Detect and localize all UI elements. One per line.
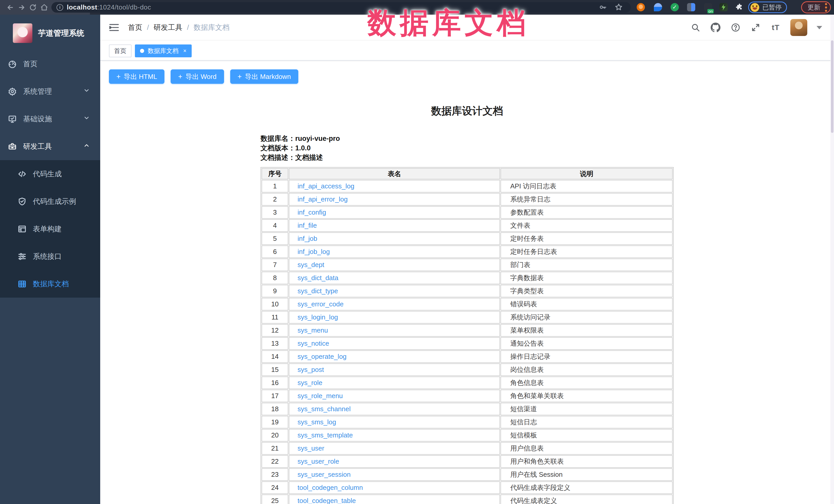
user-avatar[interactable] xyxy=(790,19,807,36)
table-name-link[interactable]: inf_file xyxy=(298,222,317,229)
table-row: 5 inf_job 定时任务表 xyxy=(262,232,673,245)
scrollbar-thumb[interactable] xyxy=(831,40,833,133)
tab-db-doc[interactable]: 数据库文档 × xyxy=(135,44,192,57)
doc-desc-value: 文档描述 xyxy=(295,154,323,161)
sidebar-item-codegen-demo[interactable]: 代码生成示例 xyxy=(0,188,100,215)
devtools-submenu: 代码生成 代码生成示例 表单构建 系统接口 数据库文档 xyxy=(0,160,100,298)
sidebar-item-label: 基础设施 xyxy=(23,114,52,124)
table-name-link[interactable]: sys_role xyxy=(298,379,323,387)
tab-close-icon[interactable]: × xyxy=(183,47,186,54)
address-bar[interactable]: i localhost:1024/tool/db-doc xyxy=(51,2,631,13)
tags-view-bar: 首页 数据库文档 × xyxy=(100,40,834,61)
table-name-link[interactable]: tool_codegen_table xyxy=(298,497,356,504)
breadcrumb-home[interactable]: 首页 xyxy=(128,23,142,32)
sidebar-item-codegen[interactable]: 代码生成 xyxy=(0,160,100,188)
table-name-link[interactable]: inf_config xyxy=(298,209,326,216)
sidebar-item-devtools[interactable]: 研发工具 xyxy=(0,133,100,160)
table-name-link[interactable]: sys_operate_log xyxy=(298,353,347,360)
extension-icon-blue-pin[interactable] xyxy=(654,3,662,11)
table-name-link[interactable]: sys_post xyxy=(298,366,324,373)
browser-reload-icon[interactable] xyxy=(28,3,38,12)
row-index: 20 xyxy=(262,429,288,441)
row-index: 15 xyxy=(262,364,288,376)
help-icon[interactable] xyxy=(730,22,741,33)
github-icon[interactable] xyxy=(710,22,721,33)
table-desc: 角色和菜单关联表 xyxy=(501,390,673,402)
button-label: 导出 Markdown xyxy=(245,72,291,81)
extension-icon-green-check[interactable]: ✓ xyxy=(671,3,679,11)
table-name-link[interactable]: sys_sms_channel xyxy=(298,405,351,413)
table-name-link[interactable]: inf_job_log xyxy=(298,248,330,256)
table-name-link[interactable]: sys_sms_template xyxy=(298,431,353,439)
table-desc: 定时任务表 xyxy=(501,232,673,245)
sidebar-item-label: 系统接口 xyxy=(33,251,62,261)
sidebar-collapse-icon[interactable] xyxy=(109,23,119,32)
table-row: 18 sys_sms_channel 短信渠道 xyxy=(262,403,673,415)
browser-update-button[interactable]: 更新 xyxy=(801,1,831,13)
table-name-link[interactable]: sys_menu xyxy=(298,326,328,334)
export-word-button[interactable]: + 导出 Word xyxy=(171,69,224,84)
font-size-icon[interactable]: tT xyxy=(770,22,781,33)
sidebar-item-system[interactable]: 系统管理 xyxy=(0,78,100,105)
table-name-link[interactable]: sys_user xyxy=(298,444,324,452)
table-name-link[interactable]: sys_dict_type xyxy=(298,287,338,295)
extension-icon-green-leaf[interactable] xyxy=(719,3,728,11)
page-scrollbar[interactable] xyxy=(830,15,834,504)
table-name-link[interactable]: sys_sms_log xyxy=(298,418,336,426)
browser-menu-dots-icon[interactable] xyxy=(825,3,827,12)
table-desc: 代码生成表定义 xyxy=(501,495,673,504)
active-dot-icon xyxy=(140,49,144,53)
browser-forward-icon[interactable] xyxy=(17,3,26,12)
extension-icon-grid[interactable] xyxy=(687,3,695,11)
table-name-link[interactable]: sys_dict_data xyxy=(298,274,338,282)
table-name-link[interactable]: sys_user_role xyxy=(298,458,339,465)
table-name-link[interactable]: inf_api_error_log xyxy=(298,195,348,203)
table-name-link[interactable]: inf_job xyxy=(298,235,317,242)
table-name-link[interactable]: sys_dept xyxy=(298,261,324,268)
avatar-caret-icon[interactable] xyxy=(816,26,822,29)
col-header-index: 序号 xyxy=(262,168,288,179)
breadcrumb-devtools[interactable]: 研发工具 xyxy=(154,23,182,32)
table-name-link[interactable]: sys_error_code xyxy=(298,300,344,308)
extensions-puzzle-icon[interactable] xyxy=(736,3,744,11)
app-logo-row[interactable]: 芋道管理系统 xyxy=(0,15,100,50)
browser-home-icon[interactable] xyxy=(40,3,49,12)
site-info-icon[interactable]: i xyxy=(57,4,63,11)
doc-title: 数据库设计文档 xyxy=(261,104,674,118)
sidebar-item-api[interactable]: 系统接口 xyxy=(0,243,100,270)
extension-icon-orange[interactable] xyxy=(637,3,645,11)
table-desc: 部门表 xyxy=(501,259,673,271)
tab-home[interactable]: 首页 xyxy=(109,44,132,57)
shield-check-icon xyxy=(18,197,27,206)
sidebar-item-db-doc[interactable]: 数据库文档 xyxy=(0,270,100,298)
sidebar-item-infra[interactable]: 基础设施 xyxy=(0,105,100,133)
update-label: 更新 xyxy=(808,3,820,12)
sidebar-item-label: 表单构建 xyxy=(33,224,62,234)
table-name-link[interactable]: sys_notice xyxy=(298,339,329,347)
table-name-link[interactable]: sys_role_menu xyxy=(298,392,343,400)
extension-icon-dark-on[interactable]: on xyxy=(704,3,712,11)
export-markdown-button[interactable]: + 导出 Markdown xyxy=(230,69,299,84)
table-desc: 用户在线 Session xyxy=(501,468,673,481)
table-name-link[interactable]: tool_codegen_column xyxy=(298,484,363,491)
search-icon[interactable] xyxy=(690,22,701,33)
chevron-down-icon xyxy=(83,87,90,95)
password-key-icon[interactable] xyxy=(599,3,607,12)
table-name-link[interactable]: inf_api_access_log xyxy=(298,182,354,190)
chevron-down-icon xyxy=(83,115,90,123)
export-html-button[interactable]: + 导出 HTML xyxy=(109,69,164,84)
table-row: 15 sys_post 岗位信息表 xyxy=(262,364,673,376)
db-doc-document: 数据库设计文档 数据库名：ruoyi-vue-pro 文档版本：1.0.0 文档… xyxy=(261,104,674,504)
bookmark-star-icon[interactable] xyxy=(615,3,623,12)
browser-back-icon[interactable] xyxy=(6,3,15,12)
table-row: 4 inf_file 文件表 xyxy=(262,219,673,232)
fullscreen-icon[interactable] xyxy=(750,22,761,33)
table-row: 2 inf_api_error_log 系统异常日志 xyxy=(262,193,673,205)
table-name-link[interactable]: sys_user_session xyxy=(298,470,351,478)
sidebar-item-home[interactable]: 首页 xyxy=(0,50,100,78)
paused-profile-badge[interactable]: 已暂停 xyxy=(748,2,787,13)
on-badge: on xyxy=(707,9,714,13)
table-name-link[interactable]: sys_login_log xyxy=(298,313,338,321)
app-logo xyxy=(13,23,32,43)
sidebar-item-form-builder[interactable]: 表单构建 xyxy=(0,215,100,243)
